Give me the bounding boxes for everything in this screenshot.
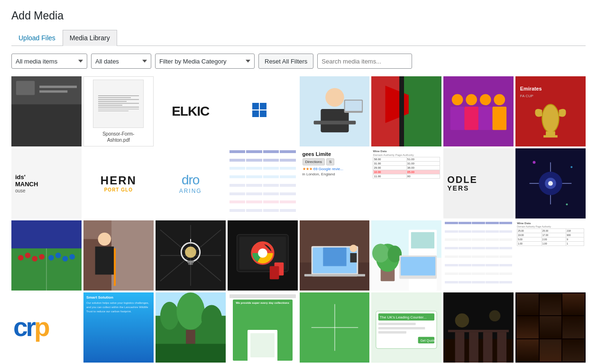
svg-point-51 — [39, 254, 45, 260]
media-item-plant-office[interactable] — [371, 220, 441, 291]
media-item-chrome[interactable] — [228, 220, 298, 291]
svg-point-48 — [18, 255, 24, 261]
media-grid: Sponsor-Form-Ashton.pdf ELKIC — [11, 76, 586, 363]
odle-text: ODLE — [447, 175, 478, 184]
tab-upload[interactable]: Upload Files — [11, 30, 63, 46]
svg-point-37 — [548, 181, 553, 186]
svg-point-22 — [480, 94, 491, 105]
svg-point-68 — [185, 246, 196, 258]
svg-rect-18 — [400, 76, 404, 146]
svg-rect-5 — [252, 103, 259, 109]
svg-rect-128 — [483, 332, 493, 362]
date-filter[interactable]: All datesJanuary 2024December 2023Novemb… — [91, 54, 151, 69]
media-item-man-laptop[interactable] — [300, 76, 370, 146]
media-item[interactable] — [11, 76, 82, 146]
svg-rect-58 — [111, 220, 154, 291]
svg-rect-116 — [378, 327, 425, 329]
svg-rect-85 — [323, 247, 346, 266]
tab-bar: Upload Files Media Library — [11, 30, 586, 46]
media-item-xmark[interactable] — [228, 76, 298, 146]
media-item-googlemaps[interactable]: gees Limite Directions S ★★★ 69 Google r… — [300, 148, 370, 218]
svg-point-102 — [201, 305, 221, 331]
media-item-laptop-table[interactable] — [300, 220, 370, 291]
port-text: PORT GLO — [104, 187, 133, 192]
svg-point-42 — [533, 161, 536, 164]
page-title: Add Media — [11, 9, 586, 22]
svg-rect-24 — [450, 107, 465, 130]
svg-rect-33 — [543, 135, 558, 137]
house-text: ouse — [15, 188, 26, 193]
svg-point-124 — [489, 310, 501, 321]
media-item-lightbulb[interactable] — [156, 220, 226, 291]
svg-rect-7 — [252, 110, 259, 117]
media-item-spreadsheet2[interactable] — [443, 220, 514, 291]
crp-text: cr — [13, 314, 34, 340]
svg-point-53 — [55, 253, 61, 258]
svg-rect-91 — [411, 232, 434, 248]
svg-text:FA CUP: FA CUP — [520, 94, 533, 98]
svg-point-31 — [542, 104, 559, 132]
media-item-winedata2[interactable]: Wine Data Domain Authority Page Authorit… — [515, 220, 586, 291]
media-item-pdf[interactable]: Sponsor-Form-Ashton.pdf — [83, 76, 154, 146]
media-item-team[interactable] — [443, 76, 514, 146]
website-headline: We provide super every day collections — [233, 301, 293, 304]
media-item-midlands[interactable]: ODLE YERS — [443, 148, 514, 218]
xmark-icon — [248, 97, 277, 126]
media-item-manch[interactable]: ids'MANCH ouse — [11, 148, 82, 218]
wine-col-headers: Domain Authority Page Authority — [373, 154, 440, 156]
svg-rect-97 — [401, 257, 435, 275]
svg-rect-115 — [378, 323, 416, 325]
media-item-space[interactable] — [515, 148, 586, 218]
svg-point-50 — [32, 256, 37, 262]
media-item-facup[interactable]: Emirates FA CUP — [515, 76, 586, 146]
media-item-winedata[interactable]: Wine Data Domain Authority Page Authorit… — [371, 148, 441, 218]
reset-filters-button[interactable]: Reset All Filters — [258, 54, 313, 69]
media-item-flags[interactable] — [371, 76, 441, 146]
elki-logo-text: ELKIC — [172, 104, 209, 119]
svg-rect-104 — [156, 344, 226, 362]
media-item-spreadsheet[interactable] — [228, 148, 298, 218]
media-item-aerial[interactable] — [300, 292, 370, 363]
svg-rect-84 — [304, 274, 365, 276]
media-item-elki[interactable]: ELKIC — [156, 76, 226, 146]
svg-rect-122 — [448, 329, 509, 332]
media-item-football-match[interactable] — [11, 220, 82, 291]
category-filter[interactable]: Filter by Media Category — [155, 54, 255, 69]
svg-text:Emirates: Emirates — [520, 86, 542, 91]
svg-point-100 — [160, 301, 179, 329]
wine-data2-title: Wine Data — [517, 222, 584, 225]
svg-rect-8 — [260, 110, 266, 117]
media-item-bottles[interactable] — [515, 292, 586, 363]
svg-rect-126 — [455, 332, 465, 362]
crp-p: p — [34, 314, 48, 340]
media-item-bar[interactable] — [443, 292, 514, 363]
svg-rect-27 — [493, 107, 507, 130]
media-item-counter[interactable]: The UK's Leading Counter... Get Quote — [371, 292, 441, 363]
media-item-website[interactable]: We provide super every day collections — [228, 292, 298, 363]
svg-point-23 — [494, 94, 505, 105]
tab-media-library[interactable]: Media Library — [63, 30, 117, 46]
svg-rect-4 — [39, 91, 67, 93]
svg-point-101 — [176, 292, 204, 330]
media-item-man-wall[interactable] — [83, 220, 154, 291]
media-type-filter[interactable]: All media itemsImagesAudioVideoDocuments… — [11, 54, 87, 69]
svg-text:Get Quote: Get Quote — [421, 338, 436, 342]
svg-point-52 — [48, 255, 54, 261]
svg-rect-79 — [269, 266, 279, 279]
wine-data-title: Wine Data — [373, 150, 440, 153]
svg-rect-12 — [313, 121, 356, 125]
svg-point-10 — [325, 88, 344, 107]
svg-text:The UK's Leading Counter...: The UK's Leading Counter... — [380, 315, 427, 319]
pdf-filename: Sponsor-Form-Ashton.pdf — [102, 131, 134, 143]
svg-rect-6 — [260, 103, 266, 109]
hern-text: HERN — [101, 174, 137, 187]
media-item-nature[interactable] — [156, 292, 226, 363]
svg-rect-87 — [350, 253, 357, 263]
search-input[interactable] — [317, 54, 412, 69]
media-item-andro[interactable]: dro ARING — [156, 148, 226, 218]
media-item-smart-solution[interactable]: Smart Solution Our solution helps solve … — [83, 292, 154, 363]
media-item-hern[interactable]: HERN PORT GLO — [83, 148, 154, 218]
svg-point-123 — [455, 313, 469, 328]
toolbar: All media itemsImagesAudioVideoDocuments… — [11, 54, 586, 69]
media-item-crp[interactable]: cr p — [11, 292, 82, 363]
